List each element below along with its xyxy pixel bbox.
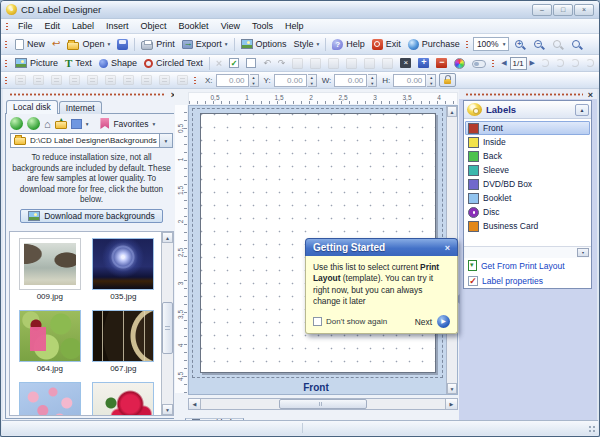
canvas-scroll-left-button[interactable]: ◀: [189, 399, 201, 409]
maximize-button[interactable]: □: [553, 4, 573, 16]
undo-button[interactable]: ↶: [260, 57, 274, 69]
view-mode-button[interactable]: [71, 119, 82, 129]
thumbnail-image-beach[interactable]: [19, 238, 81, 290]
popup-header[interactable]: Getting Started ×: [305, 238, 458, 256]
path-dropdown-button[interactable]: ▾: [159, 134, 172, 147]
rotate-left-button[interactable]: [538, 58, 552, 68]
thumbnail-item[interactable]: [14, 382, 86, 416]
close-button[interactable]: ×: [574, 4, 594, 16]
same-width-button[interactable]: [120, 74, 137, 86]
help-button[interactable]: ?Help: [329, 38, 368, 51]
up-folder-button[interactable]: [55, 121, 67, 129]
zoom-fit-button[interactable]: [567, 39, 585, 49]
menu-help[interactable]: Help: [279, 20, 310, 32]
paste-button[interactable]: [325, 57, 342, 70]
x-spinner[interactable]: ▲▼: [250, 74, 259, 87]
align-right-button[interactable]: [48, 74, 65, 86]
select-mode-button[interactable]: [343, 57, 360, 70]
insert-text-button[interactable]: TText: [62, 57, 95, 70]
forward-button[interactable]: [27, 117, 40, 130]
path-combobox[interactable]: D:\CD Label Designer\Backgrounds ▾: [10, 133, 173, 148]
scroll-up-button[interactable]: ▲: [162, 232, 173, 243]
menu-view[interactable]: View: [215, 20, 246, 32]
view-mode-dropdown-icon[interactable]: ▾: [86, 121, 89, 127]
group-button[interactable]: [156, 74, 173, 86]
flip-v-button[interactable]: [583, 58, 597, 68]
get-from-print-layout-link[interactable]: Get From Print Layout: [464, 258, 591, 273]
align-middle-button[interactable]: [84, 74, 101, 86]
home-button[interactable]: ⌂: [44, 118, 51, 130]
labels-more-dropdown-button[interactable]: ▾: [577, 248, 589, 257]
panel-close-icon[interactable]: ×: [588, 91, 593, 99]
insert-picture-button[interactable]: Picture: [12, 57, 61, 69]
canvas-horizontal-scrollbar[interactable]: ◀ ▶: [188, 398, 458, 410]
thumbnail-item[interactable]: 035.jpg: [88, 238, 160, 301]
colors-button[interactable]: [451, 57, 468, 70]
x-field[interactable]: 0.00: [216, 74, 249, 87]
scrollbar-thumb[interactable]: [162, 302, 173, 354]
thumbnail-image-fireworks[interactable]: [92, 238, 154, 290]
canvas-scroll-up-button[interactable]: ▲: [447, 106, 457, 117]
align-bottom-button[interactable]: [102, 74, 119, 86]
favorites-button[interactable]: Favorites: [113, 119, 148, 129]
zoom-in-button[interactable]: +: [510, 39, 528, 49]
cut-button[interactable]: [289, 57, 306, 70]
tab-local-disk[interactable]: Local disk: [6, 100, 58, 114]
ungroup-button[interactable]: [174, 74, 191, 86]
favorites-dropdown-icon[interactable]: ▾: [152, 121, 155, 127]
menu-object[interactable]: Object: [135, 20, 173, 32]
zoom-level-select[interactable]: 100%▾: [473, 37, 510, 51]
label-properties-link[interactable]: ✓ Label properties: [464, 273, 591, 288]
next-button[interactable]: ▶: [437, 315, 450, 328]
same-height-button[interactable]: [138, 74, 155, 86]
menu-edit[interactable]: Edit: [39, 20, 67, 32]
lock-object-button[interactable]: [379, 57, 396, 70]
style-dropdown-icon[interactable]: ▾: [317, 41, 320, 47]
reopen-button[interactable]: ↩: [49, 38, 63, 50]
w-field[interactable]: 0.00: [334, 74, 367, 87]
zoom-out-button[interactable]: −: [529, 39, 547, 49]
dont-show-again-checkbox[interactable]: [313, 317, 322, 326]
back-button[interactable]: [10, 117, 23, 130]
export-button[interactable]: Export▾: [179, 38, 231, 50]
w-spinner[interactable]: ▲▼: [368, 74, 377, 87]
thumbnail-item[interactable]: 067.jpg: [88, 310, 160, 373]
thumbnail-image-roses[interactable]: [92, 382, 154, 416]
next-page-button[interactable]: ▶: [528, 59, 537, 67]
collapse-panel-button[interactable]: ▲: [575, 104, 589, 116]
open-button[interactable]: Open▾: [64, 38, 113, 51]
label-item-front[interactable]: Front: [465, 121, 590, 135]
redo-button[interactable]: ↷: [275, 57, 289, 69]
panel-drag-handle[interactable]: [465, 93, 583, 96]
edit-object-button[interactable]: ✓: [226, 57, 242, 69]
download-backgrounds-button[interactable]: Download more backgrounds: [20, 209, 163, 223]
menu-booklet[interactable]: Booklet: [173, 20, 215, 32]
label-item-inside[interactable]: Inside: [465, 135, 590, 149]
align-center-h-button[interactable]: [30, 74, 47, 86]
copy-button[interactable]: [307, 57, 324, 70]
menu-file[interactable]: File: [12, 20, 39, 32]
menu-insert[interactable]: Insert: [100, 20, 135, 32]
open-dropdown-icon[interactable]: ▾: [107, 41, 110, 47]
options-button[interactable]: Options: [238, 38, 290, 50]
delete-object-button[interactable]: ×: [213, 57, 225, 70]
object-properties-button[interactable]: [243, 57, 259, 69]
flip-h-button[interactable]: [568, 58, 582, 68]
label-item-business-card[interactable]: Business Card: [465, 219, 590, 233]
label-item-sleeve[interactable]: Sleeve: [465, 163, 590, 177]
style-button[interactable]: Style▾: [291, 38, 323, 50]
new-button[interactable]: New: [12, 38, 48, 51]
thumbnail-image-guitar[interactable]: [92, 310, 154, 362]
menu-label[interactable]: Label: [66, 20, 100, 32]
resize-grip[interactable]: [587, 424, 596, 433]
snap-toggle-button[interactable]: [469, 58, 489, 69]
exit-button[interactable]: Exit: [369, 38, 404, 51]
remove-label-button[interactable]: −: [433, 57, 450, 69]
purchase-button[interactable]: Purchase: [405, 38, 463, 51]
label-item-back[interactable]: Back: [465, 149, 590, 163]
thumbnail-image-blossom[interactable]: [19, 382, 81, 416]
y-spinner[interactable]: ▲▼: [308, 74, 317, 87]
thumbnail-item[interactable]: [88, 382, 160, 416]
h-scrollbar-thumb[interactable]: [279, 399, 367, 409]
print-button[interactable]: Print: [138, 38, 178, 51]
